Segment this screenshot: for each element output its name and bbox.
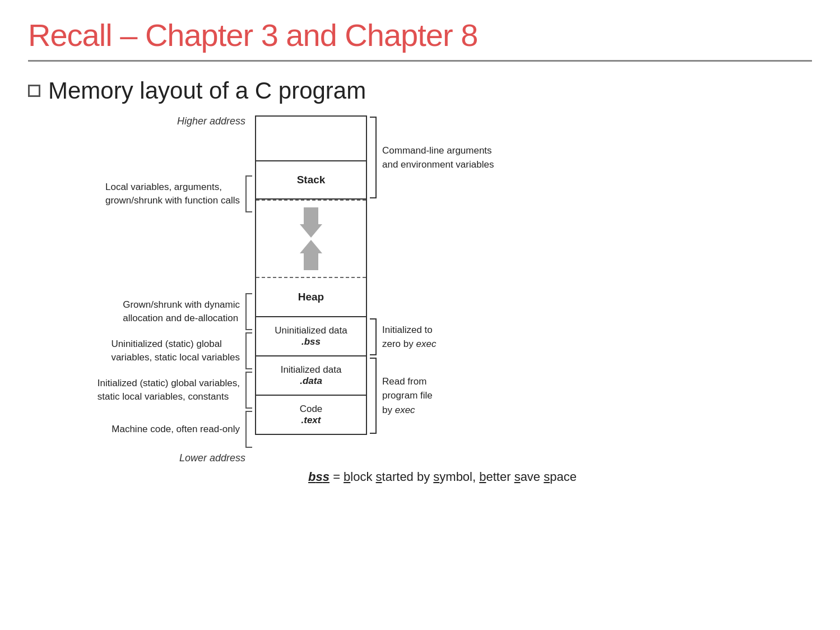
- stack-desc: Local variables, arguments,grown/shrunk …: [105, 180, 245, 207]
- text-desc: Machine code, often read-only: [112, 423, 245, 436]
- seg-gap: [255, 200, 367, 278]
- higher-address-label: Higher address: [177, 115, 252, 127]
- left-region: Higher address Local variables, argument…: [39, 115, 252, 464]
- seg-heap-label: Heap: [298, 291, 324, 303]
- bss-equals: =: [329, 470, 344, 484]
- right-bracket-bss: [370, 318, 377, 355]
- bss-desc: Uninitialized (static) globalvariables, …: [111, 337, 245, 364]
- seg-data: Initialized data .data: [255, 356, 367, 396]
- seg-heap: Heap: [255, 278, 367, 317]
- seg-data-label: Initialized data: [281, 364, 342, 376]
- seg-stack: Stack: [255, 160, 367, 200]
- seg-stack-label: Stack: [297, 174, 326, 186]
- right-bracket-data-text: [370, 358, 377, 434]
- seg-data-sublabel: .data: [300, 376, 322, 387]
- bss-text: block started by symbol, better save spa…: [344, 470, 577, 484]
- right-bracket-cmdline: [370, 117, 377, 198]
- stack-label-row: Local variables, arguments,grown/shrunk …: [105, 174, 252, 214]
- heap-label-row: Grown/shrunk with dynamicallocation and …: [123, 292, 252, 331]
- data-text-bracket-group: Read fromprogram fileby exec: [370, 356, 494, 435]
- seg-bss: Uninitialized data .bss: [255, 317, 367, 356]
- seg-text-sublabel: .text: [301, 415, 321, 426]
- data-text-right-label: Read fromprogram fileby exec: [377, 374, 433, 418]
- data-desc: Initialized (static) global variables,st…: [98, 377, 245, 404]
- left-bracket-stack: [245, 175, 252, 212]
- page-title: Recall – Chapter 3 and Chapter 8: [28, 17, 812, 62]
- heap-desc: Grown/shrunk with dynamicallocation and …: [123, 298, 245, 325]
- data-label-row: Initialized (static) global variables,st…: [98, 370, 252, 410]
- section-heading: Memory layout of a C program: [48, 77, 366, 104]
- bss-footer: bss = block started by symbol, better sa…: [39, 470, 812, 484]
- seg-bss-label: Uninitialized data: [275, 325, 347, 336]
- seg-bss-sublabel: .bss: [301, 336, 321, 348]
- bss-bracket-group: Initialized tozero by exec: [370, 317, 494, 356]
- bss-label-row: Uninitialized (static) globalvariables, …: [111, 331, 252, 370]
- diagram-area: Higher address Local variables, argument…: [28, 115, 812, 484]
- right-region: Command-line argumentsand environment va…: [370, 115, 494, 435]
- left-bracket-bss: [245, 332, 252, 369]
- bss-bold-label: bss: [308, 470, 329, 484]
- cmdline-label: Command-line argumentsand environment va…: [377, 143, 494, 172]
- lower-address-label: Lower address: [179, 452, 252, 464]
- seg-text-label: Code: [300, 404, 323, 415]
- cmdline-bracket-group: Command-line argumentsand environment va…: [370, 115, 494, 200]
- seg-top-empty: [255, 115, 367, 160]
- seg-text: Code .text: [255, 396, 367, 435]
- section-header: Memory layout of a C program: [28, 77, 812, 104]
- bss-right-label: Initialized tozero by exec: [377, 323, 436, 351]
- text-label-row: Machine code, often read-only: [112, 410, 252, 449]
- left-bracket-data: [245, 372, 252, 409]
- center-segments: Stack Heap: [252, 115, 370, 435]
- left-bracket-text: [245, 411, 252, 448]
- left-bracket-heap: [245, 293, 252, 330]
- bullet-square: [28, 85, 40, 97]
